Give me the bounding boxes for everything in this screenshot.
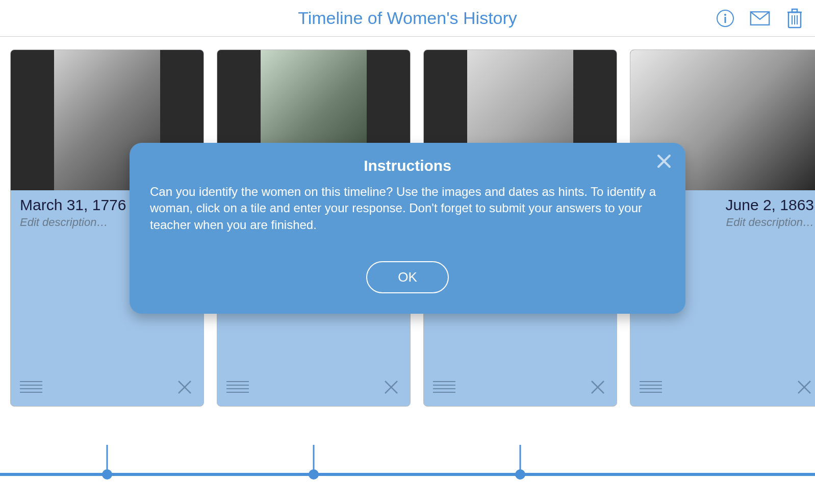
timeline-node-stem [520, 445, 521, 473]
timeline-node[interactable] [515, 469, 525, 480]
modal-close-icon[interactable] [657, 154, 671, 170]
timeline-node-stem [107, 445, 108, 473]
modal-button-row: OK [150, 261, 665, 293]
drag-handle-icon[interactable] [226, 380, 244, 397]
svg-rect-2 [725, 17, 726, 23]
timeline-node[interactable] [309, 469, 319, 480]
drag-handle-icon[interactable] [640, 380, 657, 397]
timeline-track [0, 473, 815, 476]
card-footer [20, 380, 194, 397]
close-icon[interactable] [590, 380, 607, 397]
app-header: Timeline of Women's History [0, 0, 815, 37]
info-icon[interactable] [715, 8, 735, 29]
modal-title: Instructions [150, 157, 665, 174]
drag-handle-icon[interactable] [433, 380, 450, 397]
modal-body-text: Can you identify the women on this timel… [150, 184, 665, 233]
card-footer [640, 380, 814, 397]
ok-button[interactable]: OK [366, 261, 449, 293]
svg-rect-6 [792, 9, 797, 12]
card-footer [226, 380, 401, 397]
drag-handle-icon[interactable] [20, 380, 37, 397]
close-icon[interactable] [177, 380, 194, 397]
svg-point-1 [724, 14, 726, 16]
timeline-node-stem [313, 445, 315, 473]
timeline-node[interactable] [102, 469, 112, 480]
page-title: Timeline of Women's History [298, 8, 517, 28]
mail-icon[interactable] [750, 8, 770, 29]
trash-icon[interactable] [784, 8, 805, 29]
instructions-modal: Instructions Can you identify the women … [130, 143, 685, 314]
close-icon[interactable] [384, 380, 401, 397]
close-icon[interactable] [797, 380, 814, 397]
card-footer [433, 380, 607, 397]
header-icon-group [715, 8, 805, 29]
